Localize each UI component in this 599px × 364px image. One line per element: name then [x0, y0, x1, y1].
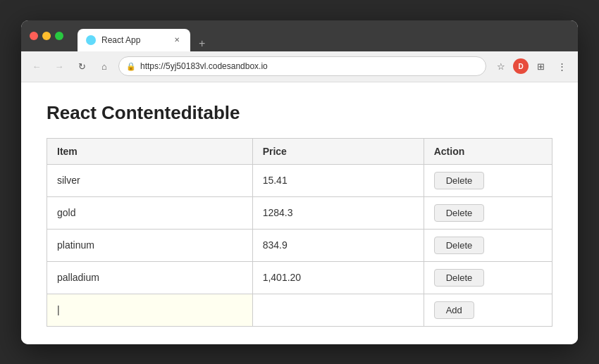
delete-button[interactable]: Delete: [434, 269, 485, 287]
table-row: gold1284.3Delete: [47, 196, 552, 229]
active-tab[interactable]: React App ✕: [78, 29, 190, 51]
table-cell-action: Delete: [424, 229, 552, 261]
new-tab-button[interactable]: +: [194, 36, 209, 51]
forward-button[interactable]: →: [51, 58, 68, 75]
url-text: https://5yj50183vl.codesandbox.io: [140, 61, 478, 71]
table-row: platinum834.9Delete: [47, 229, 552, 261]
page-content: React Contenteditable Item Price Action …: [21, 82, 578, 344]
menu-button[interactable]: ⋮: [552, 57, 571, 75]
table-cell-item[interactable]: palladium: [47, 261, 253, 294]
table-cell-action: Delete: [424, 196, 552, 229]
back-button[interactable]: ←: [28, 58, 45, 75]
profile-icon[interactable]: D: [513, 58, 529, 74]
column-header-price: Price: [252, 138, 424, 164]
new-item-action-cell: Add: [424, 294, 552, 326]
table-cell-item[interactable]: gold: [47, 196, 253, 229]
traffic-lights: [30, 32, 63, 40]
table-cell-price[interactable]: 1284.3: [252, 196, 424, 229]
table-cell-item[interactable]: silver: [47, 164, 253, 196]
address-bar: ← → ↻ ⌂ 🔒 https://5yj50183vl.codesandbox…: [21, 51, 578, 82]
table-cell-price[interactable]: 1,401.20: [252, 261, 424, 294]
refresh-button[interactable]: ↻: [73, 58, 90, 75]
table-cell-price[interactable]: 15.41: [252, 164, 424, 196]
tab-title: React App: [101, 35, 166, 45]
tab-close-button[interactable]: ✕: [172, 35, 182, 45]
delete-button[interactable]: Delete: [434, 172, 485, 189]
table-header-row: Item Price Action: [47, 138, 552, 164]
column-header-action: Action: [424, 138, 552, 164]
menu-icon: ⋮: [557, 61, 567, 72]
new-item-row: Add: [47, 294, 552, 326]
table-cell-action: Delete: [424, 261, 552, 294]
browser-window: React App ✕ + ← → ↻ ⌂ 🔒 https://5yj50183…: [21, 20, 578, 344]
url-bar[interactable]: 🔒 https://5yj50183vl.codesandbox.io: [118, 56, 486, 76]
extensions-button[interactable]: ⊞: [531, 57, 550, 75]
tab-bar: React App ✕ +: [78, 20, 209, 51]
delete-button[interactable]: Delete: [434, 204, 485, 222]
table-cell-price[interactable]: 834.9: [252, 229, 424, 261]
minimize-window-button[interactable]: [42, 32, 51, 40]
maximize-window-button[interactable]: [55, 32, 63, 40]
title-bar: React App ✕ +: [21, 20, 578, 51]
table-row: palladium1,401.20Delete: [47, 261, 552, 294]
page-title: React Contenteditable: [47, 102, 552, 124]
table-row: silver15.41Delete: [47, 164, 552, 196]
new-item-input[interactable]: [47, 294, 253, 326]
column-header-item: Item: [47, 138, 253, 164]
home-button[interactable]: ⌂: [96, 58, 113, 75]
delete-button[interactable]: Delete: [434, 237, 485, 254]
tab-favicon-icon: [86, 35, 96, 45]
table-cell-item[interactable]: platinum: [47, 229, 253, 261]
add-button[interactable]: Add: [434, 301, 474, 319]
extensions-icon: ⊞: [537, 61, 545, 72]
close-window-button[interactable]: [30, 32, 38, 40]
lock-icon: 🔒: [126, 62, 136, 71]
new-price-cell: [252, 294, 424, 326]
bookmark-icon: ☆: [497, 61, 505, 72]
data-table: Item Price Action silver15.41Deletegold1…: [47, 138, 552, 327]
bookmark-button[interactable]: ☆: [492, 57, 510, 75]
address-bar-actions: ☆ D ⊞ ⋮: [492, 57, 571, 75]
table-cell-action: Delete: [424, 164, 552, 196]
